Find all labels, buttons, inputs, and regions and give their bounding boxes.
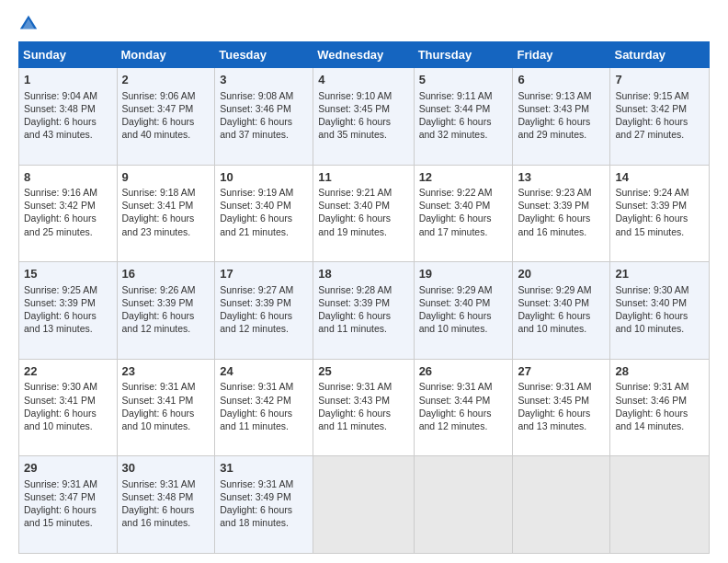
sunrise: Sunrise: 9:16 AM bbox=[24, 187, 97, 198]
day-cell: 2Sunrise: 9:06 AMSunset: 3:47 PMDaylight… bbox=[117, 68, 215, 166]
daylight: Daylight: 6 hours and 23 minutes. bbox=[122, 213, 195, 236]
day-cell: 31Sunrise: 9:31 AMSunset: 3:49 PMDayligh… bbox=[215, 456, 313, 554]
sunrise: Sunrise: 9:26 AM bbox=[122, 284, 196, 295]
day-number: 6 bbox=[518, 72, 605, 88]
sunset: Sunset: 3:49 PM bbox=[220, 491, 291, 502]
day-cell bbox=[610, 456, 710, 554]
daylight: Daylight: 6 hours and 16 minutes. bbox=[518, 213, 590, 236]
day-number: 12 bbox=[419, 169, 508, 186]
daylight: Daylight: 6 hours and 18 minutes. bbox=[220, 504, 292, 528]
sunrise: Sunrise: 9:21 AM bbox=[318, 187, 392, 198]
day-number: 22 bbox=[24, 363, 112, 380]
day-cell: 14Sunrise: 9:24 AMSunset: 3:39 PMDayligh… bbox=[610, 165, 710, 262]
day-number: 31 bbox=[220, 460, 308, 477]
sunset: Sunset: 3:39 PM bbox=[220, 297, 291, 308]
sunrise: Sunrise: 9:31 AM bbox=[419, 381, 493, 392]
day-cell bbox=[313, 456, 414, 554]
day-number: 20 bbox=[518, 266, 605, 282]
sunrise: Sunrise: 9:29 AM bbox=[518, 284, 591, 295]
day-number: 7 bbox=[615, 72, 704, 88]
sunset: Sunset: 3:45 PM bbox=[318, 103, 390, 114]
day-cell: 15Sunrise: 9:25 AMSunset: 3:39 PMDayligh… bbox=[19, 262, 118, 360]
sunrise: Sunrise: 9:28 AM bbox=[318, 284, 392, 295]
day-number: 3 bbox=[220, 72, 308, 88]
sunset: Sunset: 3:44 PM bbox=[419, 103, 491, 114]
day-cell: 8Sunrise: 9:16 AMSunset: 3:42 PMDaylight… bbox=[19, 165, 118, 262]
sunset: Sunset: 3:46 PM bbox=[615, 395, 687, 406]
day-cell: 10Sunrise: 9:19 AMSunset: 3:40 PMDayligh… bbox=[215, 165, 313, 262]
col-header-thursday: Thursday bbox=[414, 42, 513, 68]
week-row-2: 8Sunrise: 9:16 AMSunset: 3:42 PMDaylight… bbox=[19, 165, 710, 262]
sunrise: Sunrise: 9:06 AM bbox=[122, 90, 196, 101]
day-number: 19 bbox=[419, 266, 508, 282]
day-number: 26 bbox=[419, 363, 508, 380]
day-number: 21 bbox=[615, 266, 704, 282]
day-cell: 17Sunrise: 9:27 AMSunset: 3:39 PMDayligh… bbox=[215, 262, 313, 360]
day-number: 15 bbox=[24, 266, 112, 282]
day-cell: 9Sunrise: 9:18 AMSunset: 3:41 PMDaylight… bbox=[117, 165, 215, 262]
calendar: SundayMondayTuesdayWednesdayThursdayFrid… bbox=[18, 41, 710, 554]
sunset: Sunset: 3:42 PM bbox=[24, 200, 96, 211]
day-cell: 23Sunrise: 9:31 AMSunset: 3:41 PMDayligh… bbox=[117, 359, 215, 456]
col-header-sunday: Sunday bbox=[19, 42, 118, 68]
sunrise: Sunrise: 9:31 AM bbox=[220, 381, 293, 392]
week-row-1: 1Sunrise: 9:04 AMSunset: 3:48 PMDaylight… bbox=[19, 68, 710, 166]
day-number: 29 bbox=[24, 460, 112, 477]
day-number: 2 bbox=[122, 72, 210, 88]
sunrise: Sunrise: 9:31 AM bbox=[24, 478, 97, 489]
sunrise: Sunrise: 9:31 AM bbox=[220, 478, 293, 489]
day-cell bbox=[513, 456, 610, 554]
sunrise: Sunrise: 9:31 AM bbox=[518, 381, 591, 392]
day-number: 8 bbox=[24, 169, 112, 186]
sunrise: Sunrise: 9:19 AM bbox=[220, 187, 293, 198]
day-cell: 16Sunrise: 9:26 AMSunset: 3:39 PMDayligh… bbox=[117, 262, 215, 360]
day-cell: 19Sunrise: 9:29 AMSunset: 3:40 PMDayligh… bbox=[414, 262, 513, 360]
daylight: Daylight: 6 hours and 40 minutes. bbox=[122, 116, 195, 140]
day-cell: 30Sunrise: 9:31 AMSunset: 3:48 PMDayligh… bbox=[117, 456, 215, 554]
sunset: Sunset: 3:46 PM bbox=[220, 103, 291, 114]
day-cell: 21Sunrise: 9:30 AMSunset: 3:40 PMDayligh… bbox=[610, 262, 710, 360]
daylight: Daylight: 6 hours and 10 minutes. bbox=[24, 408, 97, 431]
day-cell: 4Sunrise: 9:10 AMSunset: 3:45 PMDaylight… bbox=[313, 68, 414, 166]
sunrise: Sunrise: 9:22 AM bbox=[419, 187, 493, 198]
sunset: Sunset: 3:40 PM bbox=[220, 200, 291, 211]
daylight: Daylight: 6 hours and 25 minutes. bbox=[24, 213, 97, 236]
sunrise: Sunrise: 9:11 AM bbox=[419, 90, 493, 101]
daylight: Daylight: 6 hours and 15 minutes. bbox=[615, 213, 688, 236]
daylight: Daylight: 6 hours and 27 minutes. bbox=[615, 116, 688, 140]
sunset: Sunset: 3:48 PM bbox=[24, 103, 96, 114]
day-number: 9 bbox=[122, 169, 210, 186]
sunrise: Sunrise: 9:15 AM bbox=[615, 90, 688, 101]
day-number: 25 bbox=[318, 363, 408, 380]
daylight: Daylight: 6 hours and 12 minutes. bbox=[122, 310, 195, 334]
sunset: Sunset: 3:40 PM bbox=[419, 200, 491, 211]
day-cell: 5Sunrise: 9:11 AMSunset: 3:44 PMDaylight… bbox=[414, 68, 513, 166]
day-cell: 11Sunrise: 9:21 AMSunset: 3:40 PMDayligh… bbox=[313, 165, 414, 262]
sunrise: Sunrise: 9:10 AM bbox=[318, 90, 392, 101]
day-number: 14 bbox=[615, 169, 704, 186]
col-header-saturday: Saturday bbox=[610, 42, 710, 68]
sunrise: Sunrise: 9:30 AM bbox=[615, 284, 688, 295]
sunset: Sunset: 3:48 PM bbox=[122, 491, 194, 502]
day-cell bbox=[414, 456, 513, 554]
day-cell: 27Sunrise: 9:31 AMSunset: 3:45 PMDayligh… bbox=[513, 359, 610, 456]
sunset: Sunset: 3:41 PM bbox=[122, 395, 194, 406]
day-cell: 6Sunrise: 9:13 AMSunset: 3:43 PMDaylight… bbox=[513, 68, 610, 166]
sunset: Sunset: 3:39 PM bbox=[122, 297, 194, 308]
daylight: Daylight: 6 hours and 13 minutes. bbox=[518, 408, 590, 431]
day-cell: 13Sunrise: 9:23 AMSunset: 3:39 PMDayligh… bbox=[513, 165, 610, 262]
column-header-row: SundayMondayTuesdayWednesdayThursdayFrid… bbox=[19, 42, 710, 68]
sunrise: Sunrise: 9:04 AM bbox=[24, 90, 97, 101]
sunset: Sunset: 3:40 PM bbox=[615, 297, 687, 308]
sunrise: Sunrise: 9:08 AM bbox=[220, 90, 293, 101]
sunset: Sunset: 3:43 PM bbox=[318, 395, 390, 406]
page: SundayMondayTuesdayWednesdayThursdayFrid… bbox=[0, 0, 728, 563]
day-number: 1 bbox=[24, 72, 112, 88]
day-cell: 24Sunrise: 9:31 AMSunset: 3:42 PMDayligh… bbox=[215, 359, 313, 456]
logo-icon bbox=[18, 14, 39, 34]
sunset: Sunset: 3:39 PM bbox=[24, 297, 96, 308]
sunset: Sunset: 3:39 PM bbox=[518, 200, 589, 211]
daylight: Daylight: 6 hours and 11 minutes. bbox=[220, 408, 292, 431]
day-cell: 26Sunrise: 9:31 AMSunset: 3:44 PMDayligh… bbox=[414, 359, 513, 456]
sunset: Sunset: 3:42 PM bbox=[220, 395, 291, 406]
